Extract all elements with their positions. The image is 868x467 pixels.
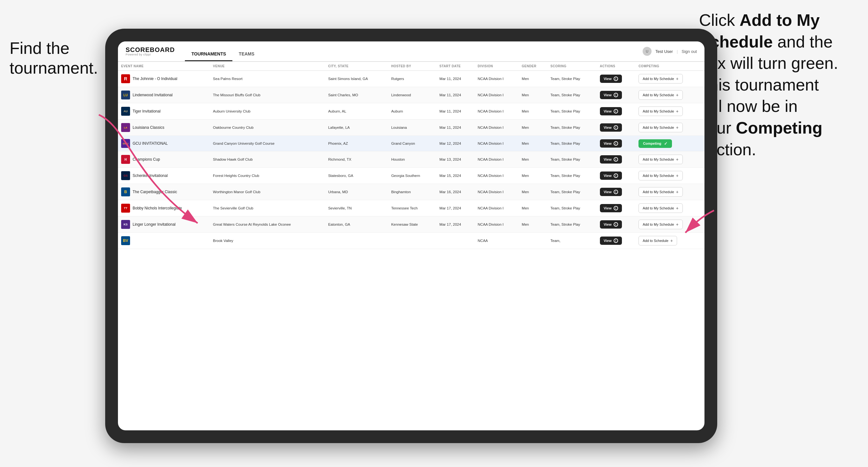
plus-icon: +	[676, 92, 679, 97]
event-name-cell-7: B The Carpetbagger Classic	[118, 184, 210, 200]
gender-cell-8: Men	[519, 200, 547, 216]
start-date-cell-4: Mar 12, 2024	[436, 136, 475, 151]
app-logo: SCOREBOARD	[126, 46, 175, 53]
competing-cell-4: Competing ✓	[635, 136, 705, 151]
info-icon: i	[614, 93, 618, 97]
event-name-cell-5: H Champions Cup	[118, 151, 210, 168]
table-row: AU Tiger Invitational Auburn University …	[118, 103, 705, 120]
add-schedule-button-9[interactable]: Add to My Schedule +	[639, 220, 683, 229]
city-state-cell-2: Auburn, AL	[325, 103, 388, 120]
division-cell-10: NCAA	[475, 233, 519, 249]
competing-cell-3: Add to My Schedule +	[635, 120, 705, 136]
competing-cell-8: Add to My Schedule +	[635, 200, 705, 216]
start-date-cell-10	[436, 233, 475, 249]
event-name-text: The Johnnie - O Individual	[133, 76, 177, 81]
add-schedule-button-0[interactable]: Add to My Schedule +	[639, 74, 683, 84]
info-icon: i	[614, 157, 618, 162]
team-logo: B	[121, 187, 130, 196]
view-button-6[interactable]: View i	[600, 172, 622, 180]
add-schedule-button-10[interactable]: Add to Schedule +	[639, 236, 677, 245]
competing-button-4[interactable]: Competing ✓	[639, 139, 672, 148]
competing-cell-6: Add to My Schedule +	[635, 168, 705, 184]
view-button-3[interactable]: View i	[600, 123, 622, 132]
tournaments-table: EVENT NAME VENUE CITY, STATE HOSTED BY S…	[118, 62, 705, 249]
view-button-8[interactable]: View i	[600, 204, 622, 212]
division-cell-1: NCAA Division I	[475, 87, 519, 103]
actions-cell-1: View i	[597, 87, 635, 103]
start-date-cell-8: Mar 17, 2024	[436, 200, 475, 216]
event-name-text: Linger Longer Invitational	[133, 222, 176, 227]
add-schedule-label: Add to My Schedule	[643, 174, 674, 178]
view-button-2[interactable]: View i	[600, 107, 622, 115]
city-state-cell-8: Sevierville, TN	[325, 200, 388, 216]
view-button-10[interactable]: View i	[600, 237, 622, 245]
start-date-cell-7: Mar 16, 2024	[436, 184, 475, 200]
add-schedule-button-3[interactable]: Add to My Schedule +	[639, 123, 683, 132]
tab-teams[interactable]: TEAMS	[232, 41, 261, 61]
table-row: LA Louisiana Classics Oakbourne Country …	[118, 120, 705, 136]
view-button-1[interactable]: View i	[600, 91, 622, 99]
logo-area: SCOREBOARD Powered by clippi	[126, 46, 175, 56]
scoring-cell-5: Team, Stroke Play	[547, 151, 597, 168]
event-name-text: Champions Cup	[133, 157, 160, 162]
add-schedule-button-5[interactable]: Add to My Schedule +	[639, 155, 683, 164]
city-state-cell-10	[325, 233, 388, 249]
competing-cell-7: Add to My Schedule +	[635, 184, 705, 200]
table-container: EVENT NAME VENUE CITY, STATE HOSTED BY S…	[118, 62, 705, 430]
gender-cell-5: Men	[519, 151, 547, 168]
competing-cell-10: Add to Schedule +	[635, 233, 705, 249]
city-state-cell-0: Saint Simons Island, GA	[325, 71, 388, 87]
division-cell-8: NCAA Division I	[475, 200, 519, 216]
event-name-cell-6: GS Schenkel Invitational	[118, 168, 210, 184]
col-scoring: SCORING	[547, 62, 597, 71]
table-row: TT Bobby Nichols Intercollegiate The Sev…	[118, 200, 705, 216]
view-button-4[interactable]: View i	[600, 139, 622, 148]
start-date-cell-9: Mar 17, 2024	[436, 216, 475, 233]
actions-cell-0: View i	[597, 71, 635, 87]
add-schedule-button-1[interactable]: Add to My Schedule +	[639, 90, 683, 100]
plus-icon: +	[676, 76, 679, 81]
table-header-row: EVENT NAME VENUE CITY, STATE HOSTED BY S…	[118, 62, 705, 71]
view-button-5[interactable]: View i	[600, 155, 622, 163]
view-button-0[interactable]: View i	[600, 74, 622, 83]
add-schedule-button-2[interactable]: Add to My Schedule +	[639, 106, 683, 116]
sign-out-link[interactable]: Sign out	[682, 49, 697, 54]
scoring-cell-6: Team, Stroke Play	[547, 168, 597, 184]
team-logo: H	[121, 155, 130, 164]
start-date-cell-1: Mar 11, 2024	[436, 87, 475, 103]
add-schedule-label: Add to Schedule	[643, 239, 669, 243]
view-button-7[interactable]: View i	[600, 188, 622, 196]
info-icon: i	[614, 206, 618, 210]
competing-label: Competing	[643, 142, 661, 145]
gender-cell-6: Men	[519, 168, 547, 184]
user-avatar: U	[643, 47, 652, 56]
event-name-cell-0: R The Johnnie - O Individual	[118, 71, 210, 87]
event-name-cell-8: TT Bobby Nichols Intercollegiate	[118, 200, 210, 216]
event-name-cell-2: AU Tiger Invitational	[118, 103, 210, 120]
gender-cell-2: Men	[519, 103, 547, 120]
tab-tournaments[interactable]: TOURNAMENTS	[185, 41, 232, 61]
actions-cell-6: View i	[597, 168, 635, 184]
team-logo: KS	[121, 220, 130, 229]
city-state-cell-6: Statesboro, GA	[325, 168, 388, 184]
plus-icon: +	[676, 173, 679, 178]
venue-cell-8: The Sevierville Golf Club	[210, 200, 325, 216]
gender-cell-9: Men	[519, 216, 547, 233]
actions-cell-5: View i	[597, 151, 635, 168]
table-row: KS Linger Longer Invitational Great Wate…	[118, 216, 705, 233]
view-button-9[interactable]: View i	[600, 220, 622, 228]
add-schedule-button-6[interactable]: Add to My Schedule +	[639, 171, 683, 180]
table-row: GCU GCU INVITATIONAL Grand Canyon Univer…	[118, 136, 705, 151]
add-schedule-label: Add to My Schedule	[643, 126, 674, 129]
division-cell-3: NCAA Division I	[475, 120, 519, 136]
app-logo-sub: Powered by clippi	[126, 53, 175, 56]
plus-icon: +	[676, 189, 679, 194]
competing-cell-5: Add to My Schedule +	[635, 151, 705, 168]
plus-icon: +	[670, 238, 673, 243]
add-schedule-button-7[interactable]: Add to My Schedule +	[639, 187, 683, 197]
info-icon: i	[614, 141, 618, 146]
tablet-screen: SCOREBOARD Powered by clippi TOURNAMENTS…	[118, 41, 705, 430]
hosted-by-cell-0: Rutgers	[388, 71, 436, 87]
add-schedule-button-8[interactable]: Add to My Schedule +	[639, 204, 683, 213]
city-state-cell-3: Lafayette, LA	[325, 120, 388, 136]
